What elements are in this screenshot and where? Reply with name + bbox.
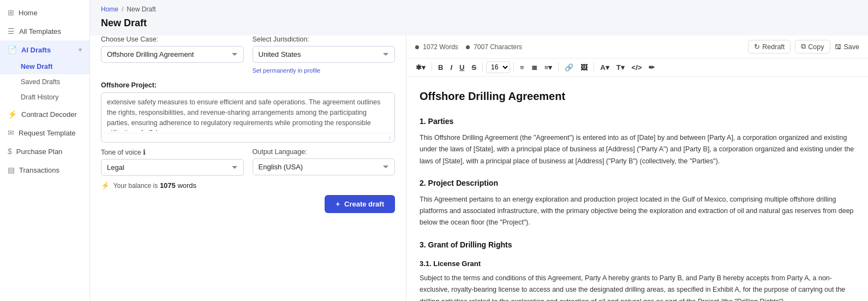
jurisdiction-select[interactable]: United States <box>253 46 396 63</box>
output-lang-select[interactable]: English (USA) <box>253 158 396 175</box>
toolbar-magic-btn[interactable]: ✱▾ <box>413 62 428 73</box>
editor-actions: ↻ Redraft ⧉ Copy 🖫 Save <box>748 40 859 54</box>
document-icon: 📄 <box>8 45 17 54</box>
toolbar-sep-2 <box>482 63 483 72</box>
tone-label: Tone of voice ℹ <box>101 148 244 156</box>
section-3-subcontent: Subject to the terms and conditions of t… <box>420 273 855 301</box>
toolbar-pen-btn[interactable]: ✏ <box>646 62 657 73</box>
table-icon: ▤ <box>8 166 15 174</box>
section-2-content: This Agreement pertains to an energy exp… <box>420 194 855 229</box>
sidebar-item-draft-history[interactable]: Draft History <box>0 90 89 105</box>
sidebar-label: All Templates <box>19 27 61 36</box>
use-case-label: Choose Use Case: <box>101 36 244 43</box>
section-3-subheading: 3.1. License Grant <box>420 258 855 269</box>
toolbar-bold-btn[interactable]: B <box>435 62 446 73</box>
main-content: Home / New Draft New Draft Choose Use Ca… <box>90 0 868 301</box>
editor-content[interactable]: Offshore Drilling Agreement 1. Parties T… <box>406 76 868 301</box>
create-draft-button[interactable]: + Create draft <box>325 195 395 213</box>
section-3: 3. Grant of Drilling Rights 3.1. License… <box>420 239 855 301</box>
sidebar-item-ai-drafts[interactable]: 📄 AI Drafts ▾ <box>0 40 89 59</box>
toolbar-ol-btn[interactable]: ≣ <box>529 62 540 73</box>
tone-select[interactable]: Legal <box>101 159 244 176</box>
textarea-wrap: extensive safety measures to ensure effi… <box>101 92 395 143</box>
toolbar-sep-4 <box>558 63 559 72</box>
sidebar-label: New Draft <box>21 63 52 70</box>
output-lang-label: Output Language: <box>253 148 396 156</box>
toolbar-strikethrough-btn[interactable]: S <box>469 62 479 73</box>
document-title: Offshore Drilling Agreement <box>420 87 855 105</box>
sidebar-label: Contract Decoder <box>21 110 77 119</box>
plus-icon: + <box>336 200 340 208</box>
toolbar-italic-btn[interactable]: I <box>447 62 455 73</box>
mail-icon: ✉ <box>8 128 14 137</box>
offshore-project-textarea[interactable]: extensive safety measures to ensure effi… <box>101 93 394 131</box>
save-button[interactable]: 🖫 Save <box>835 43 860 51</box>
toolbar-ul-btn[interactable]: ≡ <box>517 62 527 73</box>
sidebar-item-saved-drafts[interactable]: Saved Drafts <box>0 74 89 90</box>
left-form-panel: Choose Use Case: Offshore Drilling Agree… <box>90 36 406 301</box>
section-1-content: This Offshore Drilling Agreement (the "A… <box>420 132 855 167</box>
balance-prefix: Your balance is <box>113 182 158 190</box>
toolbar-align-btn[interactable]: ≡▾ <box>542 62 555 73</box>
section-1: 1. Parties This Offshore Drilling Agreem… <box>420 115 855 167</box>
copy-icon: ⧉ <box>801 43 806 51</box>
editor-panel: 1072 Words 7007 Characters ↻ Redraft ⧉ C… <box>406 36 868 301</box>
section-3-heading: 3. Grant of Drilling Rights <box>420 239 855 251</box>
use-case-select[interactable]: Offshore Drilling Agreement <box>101 46 244 63</box>
chevron-down-icon: ▾ <box>79 46 82 54</box>
sidebar-label: Draft History <box>21 93 58 101</box>
toolbar-sep-1 <box>432 63 432 72</box>
lightning-icon: ⚡ <box>8 110 17 119</box>
breadcrumb-home[interactable]: Home <box>101 5 118 13</box>
page-title: New Draft <box>90 15 868 36</box>
sidebar-label: Saved Drafts <box>21 78 60 86</box>
sidebar-label: Request Template <box>19 129 76 137</box>
home-icon: ⊞ <box>8 8 14 17</box>
sidebar-label: AI Drafts <box>21 46 51 54</box>
scroll-indicator: ↕ <box>388 134 392 141</box>
words-dot <box>415 45 419 49</box>
sidebar-label: Transactions <box>19 166 59 174</box>
editor-topbar: 1072 Words 7007 Characters ↻ Redraft ⧉ C… <box>406 36 868 58</box>
copy-button[interactable]: ⧉ Copy <box>795 40 830 54</box>
sidebar-item-transactions[interactable]: ▤ Transactions <box>0 161 89 179</box>
sidebar: ⊞ Home ☰ All Templates 📄 AI Drafts ▾ New… <box>0 0 90 301</box>
jurisdiction-label: Select Jurisdiction: <box>253 36 396 43</box>
create-btn-label: Create draft <box>344 200 384 208</box>
balance-words-value: 1075 <box>160 181 176 190</box>
sidebar-item-new-draft[interactable]: New Draft <box>0 59 89 74</box>
toolbar-underline-btn[interactable]: U <box>457 62 467 73</box>
sidebar-item-all-templates[interactable]: ☰ All Templates <box>0 22 89 40</box>
toolbar-fontsize-select[interactable]: 16 <box>486 61 510 73</box>
refresh-icon: ↻ <box>754 43 760 51</box>
toolbar-image-btn[interactable]: 🖼 <box>578 62 590 73</box>
toolbar-sep-3 <box>513 63 514 72</box>
save-icon: 🖫 <box>835 43 842 51</box>
sidebar-item-request-template[interactable]: ✉ Request Template <box>0 123 89 142</box>
words-stat: 1072 Words <box>415 43 458 51</box>
section-1-heading: 1. Parties <box>420 115 855 128</box>
balance-suffix: words <box>177 181 196 190</box>
toolbar-sep-5 <box>594 63 594 72</box>
lightning-balance-icon: ⚡ <box>101 181 110 190</box>
breadcrumb-current: New Draft <box>127 5 155 13</box>
toolbar-link-btn[interactable]: 🔗 <box>562 62 576 73</box>
sidebar-item-home[interactable]: ⊞ Home <box>0 3 89 22</box>
dollar-icon: $ <box>8 147 12 156</box>
toolbar-code-btn[interactable]: </> <box>629 62 645 73</box>
breadcrumb-separator: / <box>122 5 123 13</box>
toolbar-typography-btn[interactable]: T▾ <box>614 62 627 73</box>
sidebar-item-contract-decoder[interactable]: ⚡ Contract Decoder <box>0 105 89 123</box>
list-icon: ☰ <box>8 27 15 36</box>
chars-stat: 7007 Characters <box>466 43 522 51</box>
sidebar-item-purchase-plan[interactable]: $ Purchase Plan <box>0 142 89 161</box>
sidebar-label: Home <box>19 9 38 17</box>
toolbar-color-btn[interactable]: A▾ <box>597 62 612 73</box>
set-permanently-link[interactable]: Set permanently in profile <box>253 67 396 74</box>
chars-dot <box>466 45 470 49</box>
section-2-heading: 2. Project Description <box>420 177 855 190</box>
redraft-button[interactable]: ↻ Redraft <box>748 40 791 54</box>
offshore-project-label: Offshore Project: <box>101 81 395 89</box>
balance-row: ⚡ Your balance is 1075 words <box>101 181 395 190</box>
editor-stats: 1072 Words 7007 Characters <box>415 43 741 51</box>
